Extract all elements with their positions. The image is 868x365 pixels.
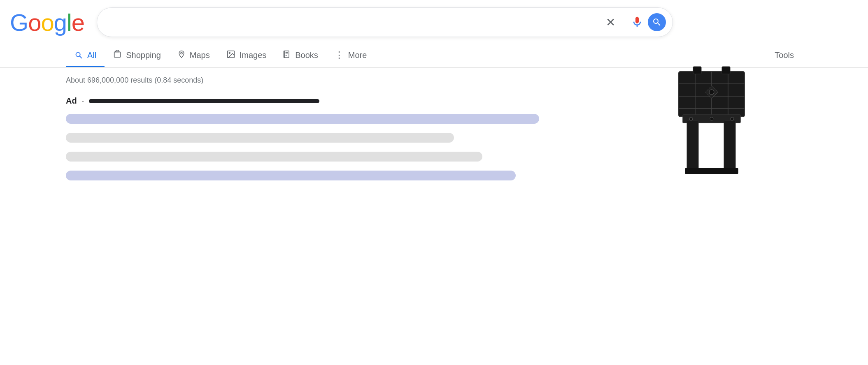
svg-rect-21 [687, 121, 698, 170]
product-image [654, 63, 769, 178]
tools-label: Tools [775, 51, 794, 60]
svg-rect-2 [114, 52, 121, 57]
search-bar: ✕ [97, 7, 673, 37]
svg-line-1 [79, 56, 81, 58]
tab-books-label: Books [295, 51, 318, 60]
more-icon: ⋮ [335, 50, 344, 60]
ad-url-bar [89, 99, 319, 103]
svg-point-19 [709, 90, 714, 95]
header: Google ✕ [0, 0, 868, 41]
tab-maps[interactable]: Maps [169, 43, 218, 67]
maps-icon [177, 50, 186, 61]
svg-rect-27 [722, 67, 730, 74]
all-tab-icon [74, 51, 83, 60]
tab-all[interactable]: All [66, 44, 105, 67]
books-icon [283, 50, 291, 61]
shopping-icon [113, 49, 122, 61]
logo-g2: g [54, 9, 67, 36]
tab-shopping[interactable]: Shopping [105, 43, 169, 67]
search-icon [652, 17, 662, 27]
forklift-attachment-svg [654, 63, 769, 178]
logo-l: l [67, 9, 72, 36]
loading-bar-1 [66, 114, 539, 124]
loading-bar-3 [66, 152, 482, 162]
logo-e: e [72, 9, 84, 36]
tab-images-label: Images [240, 51, 267, 60]
tab-more-label: More [348, 51, 367, 60]
search-input[interactable] [104, 16, 602, 29]
divider [623, 15, 623, 30]
logo-g: G [10, 9, 28, 36]
svg-rect-7 [284, 51, 289, 58]
tools-button[interactable]: Tools [766, 44, 802, 67]
svg-point-28 [689, 117, 693, 120]
svg-point-30 [710, 117, 713, 120]
clear-icon[interactable]: ✕ [606, 16, 615, 29]
tab-books[interactable]: Books [275, 43, 326, 67]
voice-search-button[interactable] [631, 16, 644, 29]
svg-rect-26 [693, 67, 701, 74]
tab-all-label: All [87, 51, 96, 60]
images-icon [226, 50, 235, 61]
ad-label: Ad [66, 96, 77, 106]
svg-rect-25 [685, 168, 738, 174]
svg-point-5 [229, 52, 230, 53]
loading-bars [66, 114, 539, 180]
ad-dot: · [82, 96, 84, 106]
search-bar-wrapper: ✕ [97, 7, 673, 37]
tab-images[interactable]: Images [218, 43, 275, 67]
tab-more[interactable]: ⋮ More [326, 43, 375, 67]
tab-maps-label: Maps [190, 51, 210, 60]
search-tab-icon [74, 51, 83, 60]
logo-o2: o [41, 9, 54, 36]
google-logo[interactable]: Google [10, 8, 84, 37]
svg-rect-23 [724, 121, 735, 170]
ad-section: Ad · [66, 96, 802, 180]
search-button[interactable] [648, 13, 666, 31]
tab-shopping-label: Shopping [126, 51, 161, 60]
mic-icon [631, 16, 644, 29]
loading-bar-2 [66, 133, 454, 143]
loading-bar-4 [66, 171, 516, 180]
logo-o1: o [28, 9, 41, 36]
results-area: About 696,000,000 results (0.84 seconds)… [0, 68, 868, 189]
svg-point-29 [731, 117, 734, 120]
svg-point-3 [181, 52, 182, 54]
